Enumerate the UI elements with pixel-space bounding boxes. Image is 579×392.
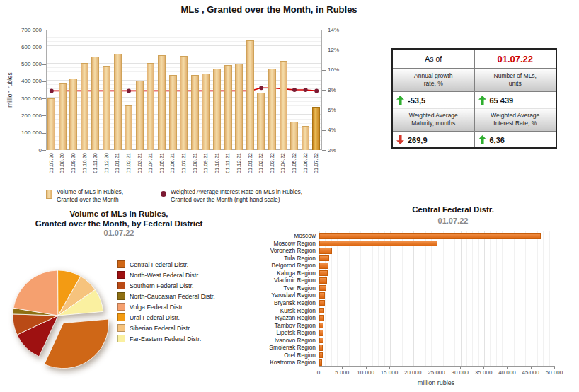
trend-icon	[396, 96, 408, 105]
axis-tick	[507, 367, 508, 369]
legend-line: Granted over the Month (right-hand scale…	[171, 196, 280, 203]
volume-bar	[180, 56, 188, 150]
region-label: Ryazan Region	[239, 314, 316, 321]
header-line: Number of MLs,	[494, 72, 537, 79]
region-label: Moscow	[239, 232, 316, 239]
metric-value-text: 269,9	[408, 136, 428, 144]
axis-tick	[437, 367, 437, 369]
region-bar	[319, 315, 324, 321]
pie-legend-item: Southern Federal Distr.	[117, 280, 215, 291]
axis-tick	[322, 110, 326, 110]
axis-tick	[42, 98, 46, 99]
axis-tick	[322, 50, 326, 50]
y-tick-label: 400 000	[1, 78, 42, 84]
region-label: Kaluga Region	[239, 270, 316, 277]
region-label: Moscow Region	[239, 240, 316, 247]
volume-bar	[69, 79, 77, 150]
pie-legend: Central Federal Distr.North-West Federal…	[117, 259, 215, 344]
region-bar	[319, 233, 541, 239]
axis-tick	[42, 115, 46, 116]
region-label: Kostroma Region	[239, 359, 316, 366]
region-label: Yaroslavl Region	[239, 292, 316, 299]
axis-tick	[342, 367, 343, 369]
axis-tick	[322, 70, 326, 71]
pie-legend-label: Siberian Federal Distr.	[130, 325, 191, 332]
mortgage-dashboard: MLs , Granted over the Month, in Rubles …	[0, 0, 579, 392]
district-pie	[1, 262, 132, 382]
y2-tick-label: 14%	[328, 27, 349, 33]
axis-tick	[554, 367, 555, 369]
pie-swatch-icon	[117, 303, 125, 311]
pie-slice	[45, 319, 109, 369]
trend-down-icon	[396, 135, 404, 144]
regions-chart-subtitle: 01.07.22	[311, 217, 579, 225]
x-tick-label: 01.10.21	[213, 153, 222, 185]
region-bar	[319, 359, 322, 366]
region-bar	[319, 241, 437, 247]
region-label: Belgorod Region	[239, 262, 316, 269]
x-tick-label: 01.08.20	[58, 153, 67, 185]
axis-tick	[460, 367, 461, 369]
rate-marker	[314, 88, 319, 93]
x-tick-label: 01.04.22	[279, 153, 287, 185]
y-tick-label: 700 000	[1, 27, 42, 33]
header-line: rate, %	[424, 80, 443, 87]
x-tick-label: 01.07.20	[47, 153, 56, 185]
x-tick-label: 01.04.21	[147, 153, 155, 185]
x-tick-label: 01.03.22	[268, 153, 277, 185]
axis-tick	[531, 367, 532, 369]
axis-tick	[42, 30, 46, 30]
pie-legend-item: North-Caucasian Federal Distr.	[117, 291, 215, 301]
pie-slice	[13, 270, 58, 316]
y2-tick-label: 8%	[328, 87, 349, 93]
region-label: Voronezh Region	[239, 247, 316, 254]
pie-swatch-icon	[117, 313, 125, 321]
trend-icon	[478, 96, 490, 105]
legend-label: Volume of MLs in Rubles, Granted over th…	[57, 188, 123, 204]
pie-legend-item: Central Federal Distr.	[117, 259, 215, 270]
pie-swatch-icon	[117, 282, 125, 289]
volume-bar	[158, 55, 166, 150]
legend-line: Granted over the Month	[57, 196, 119, 203]
pie-title: Volume of MLs in Rubles, Granted over th…	[6, 209, 232, 229]
pie-legend-item: Far-Eastern Federal Distr.	[117, 333, 215, 344]
x-tick-label: 01.02.22	[257, 153, 265, 185]
x-tick-label: 01.09.21	[202, 153, 210, 185]
x-tick-label: 01.05.22	[290, 153, 299, 185]
x-tick-label: 01.12.21	[235, 153, 243, 185]
x-axis-tick-label: 50 000	[540, 369, 568, 376]
rate-marker	[304, 88, 308, 92]
pie-legend-label: Volga Federal Distr.	[130, 304, 184, 311]
region-bar	[319, 292, 325, 299]
axis-tick	[322, 130, 326, 131]
y2-tick-label: 10%	[328, 67, 349, 73]
volume-bar	[91, 57, 99, 150]
y2-tick-label: 2%	[328, 147, 349, 154]
pie-legend-item: Ural Federal Distr.	[117, 312, 215, 323]
x-tick-label: 01.06.21	[168, 153, 177, 185]
pie-swatch-icon	[117, 260, 125, 268]
x-tick-label: 01.07.22	[312, 153, 321, 185]
metric-header-number: Number of MLs, units	[474, 69, 556, 92]
legend-label: Weighted Average Interest Rate on MLs in…	[171, 188, 302, 204]
line-marker-icon	[161, 191, 166, 197]
axis-tick	[322, 30, 326, 30]
pie-legend-item: Volga Federal Distr.	[117, 301, 215, 312]
volume-bar	[302, 126, 309, 150]
y-tick-label: 300 000	[1, 96, 42, 102]
metric-value-rate: 6,36	[474, 132, 556, 149]
volume-bar	[224, 65, 232, 150]
y-tick-label: 100 000	[1, 129, 42, 136]
header-line: Annual growth	[414, 72, 452, 79]
pie-swatch-icon	[117, 292, 125, 300]
pie-legend-label: Southern Federal Distr.	[130, 282, 193, 289]
as-of-label: As of	[392, 49, 474, 69]
rate-marker	[292, 88, 297, 92]
trend-up-icon	[478, 96, 486, 105]
pie-swatch-icon	[117, 324, 125, 332]
volume-bar	[136, 81, 144, 150]
x-tick-label: 01.06.22	[302, 153, 310, 185]
y-tick-label: 600 000	[1, 44, 42, 50]
volume-bar	[169, 75, 177, 150]
volume-bar	[290, 122, 298, 150]
